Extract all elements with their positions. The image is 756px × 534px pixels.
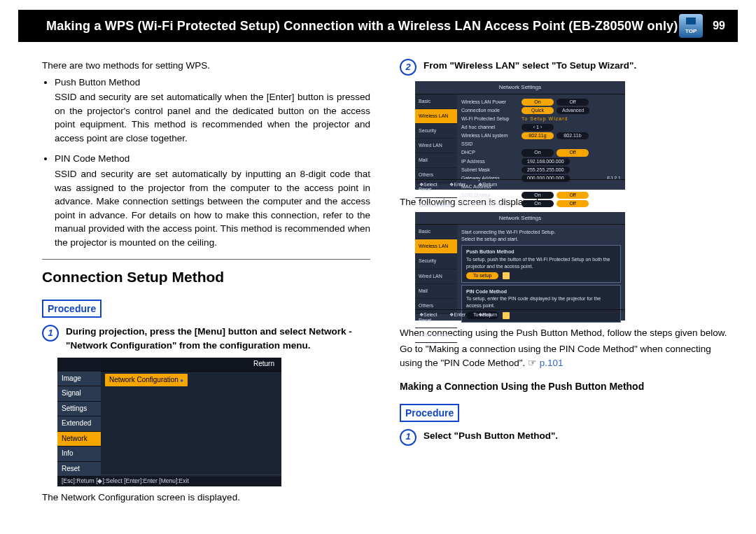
wizard2-panel-pushbutton: Push Button Method To setup, push the bu… [461, 245, 621, 283]
step-1: 1 During projection, press the [Menu] bu… [42, 325, 370, 352]
wizard-foot-item: Select [419, 311, 437, 318]
panel-title: PIN Code Method [466, 288, 616, 295]
paragraph-pincode: Go to "Making a connection using the PIN… [400, 342, 728, 370]
wizard1-main: Wireless LAN PowerOnOffConnection modeQu… [457, 94, 625, 184]
step1-text: During projection, press the [Menu] butt… [66, 325, 370, 352]
panel-desc: To setup, enter the PIN code displayed b… [466, 295, 616, 309]
menu1-side-item: Extended [57, 416, 101, 432]
wizard2-sidebar: Basic Wireless LAN Security Wired LAN Ma… [415, 225, 457, 314]
procedure-label-2: Procedure [400, 404, 459, 422]
method2-title: PIN Code Method [55, 152, 370, 166]
wizard-side-item: Basic [415, 94, 457, 109]
method1-desc: SSID and security are set automatically … [55, 90, 370, 145]
procedure-label: Procedure [42, 300, 102, 318]
page-header: Making a WPS (Wi-Fi Protected Setup) Con… [18, 10, 738, 42]
intro-text: There are two methods for setting WPS. [42, 59, 370, 73]
panel-desc: To setup, push the button of the Wi-Fi P… [466, 256, 616, 270]
page-number: 99 [713, 20, 725, 32]
wizard2-main: Start connecting the Wi-Fi Protected Set… [457, 225, 625, 314]
wizard2-intro1: Start connecting the Wi-Fi Protected Set… [461, 229, 621, 236]
top-icon[interactable]: TOP [679, 14, 703, 38]
menu1-side-item: Settings [57, 402, 101, 417]
wizard-screenshot-1: Network Settings Basic Wireless LAN Secu… [415, 81, 625, 190]
menu1-side-item-selected: Network [57, 432, 101, 447]
menu1-side-item: Image [57, 372, 101, 387]
wizard-side-item: Mail [415, 284, 457, 299]
wizard-side-item: Setup complete [415, 198, 457, 213]
wizard-foot-item: Return [478, 311, 497, 318]
wizard2-footer: Select Enter Return [415, 309, 625, 320]
caption-1: The Network Configuration screen is disp… [42, 491, 370, 505]
menu1-side-item: Info [57, 447, 101, 462]
step-num-icon: 2 [400, 59, 416, 76]
wizard-side-item: Mail [415, 153, 457, 168]
wizard-side-item: Security [415, 124, 457, 139]
wizard1-footer: Select Enter Return [415, 179, 625, 190]
step-num-icon: 1 [400, 429, 416, 446]
page-link-101[interactable]: p.101 [540, 358, 564, 368]
wizard-side-item-selected: Wireless LAN [415, 239, 457, 254]
section-heading: Connection Setup Method [42, 267, 370, 288]
wizard-side-item: Wired LAN [415, 139, 457, 153]
menu1-side-item: Signal [57, 386, 101, 402]
wizard-side-item: Wired LAN [415, 269, 457, 284]
panel-button: To setup [466, 272, 498, 279]
menu1-main: Network Configuration [101, 372, 281, 477]
wizard-side-item: Setup complete [415, 328, 457, 343]
section-divider [42, 259, 370, 260]
panel-title: Push Button Method [466, 248, 616, 255]
wizard2-intro2: Select the setup and start. [461, 236, 621, 243]
wizard2-title: Network Settings [415, 212, 625, 225]
wizard-foot-item: Enter [449, 311, 465, 318]
menu1-footer: [Esc]:Return [◆]:Select [Enter]:Enter [M… [57, 475, 281, 486]
wizard-side-item-selected: Wireless LAN [415, 109, 457, 124]
menu1-network-config: Network Configuration [105, 374, 188, 387]
pointer-icon: ☞ [528, 358, 540, 368]
menu1-sidebar: Image Signal Settings Extended Network I… [57, 372, 101, 477]
wizard-foot-item: Select [419, 181, 437, 188]
right-column: 2 From "Wireless LAN" select "To Setup W… [400, 59, 728, 507]
header-right: TOP 99 [679, 14, 725, 38]
method1-title: Push Button Method [55, 76, 370, 90]
wizard-screenshot-2: Network Settings Basic Wireless LAN Secu… [415, 212, 625, 321]
menu1-return-bar: Return [101, 358, 281, 372]
header-title: Making a WPS (Wi-Fi Protected Setup) Con… [46, 19, 678, 34]
step-1b: 1 Select "Push Button Method". [400, 429, 728, 446]
wizard1-title: Network Settings [415, 81, 625, 94]
wizard1-sidebar: Basic Wireless LAN Security Wired LAN Ma… [415, 94, 457, 184]
wizard-foot-item: Enter [449, 181, 465, 188]
step-2: 2 From "Wireless LAN" select "To Setup W… [400, 59, 728, 76]
subheading-pushbutton: Making a Connection Using the Push Butto… [400, 379, 728, 393]
wizard-foot-item: Return [478, 181, 497, 188]
method2-desc: SSID and security are set automatically … [55, 167, 370, 249]
step2-text: From "Wireless LAN" select "To Setup Wiz… [424, 59, 636, 76]
step1b-text: Select "Push Button Method". [424, 429, 558, 446]
menu-screenshot-1: Return Image Signal Settings Extended Ne… [57, 358, 281, 486]
content-columns: There are two methods for setting WPS. P… [0, 42, 756, 507]
lock-icon [503, 272, 510, 279]
wizard-side-item: Security [415, 254, 457, 269]
wizard-side-item: Basic [415, 225, 457, 239]
left-column: There are two methods for setting WPS. P… [42, 59, 370, 507]
step-num-icon: 1 [42, 325, 59, 342]
